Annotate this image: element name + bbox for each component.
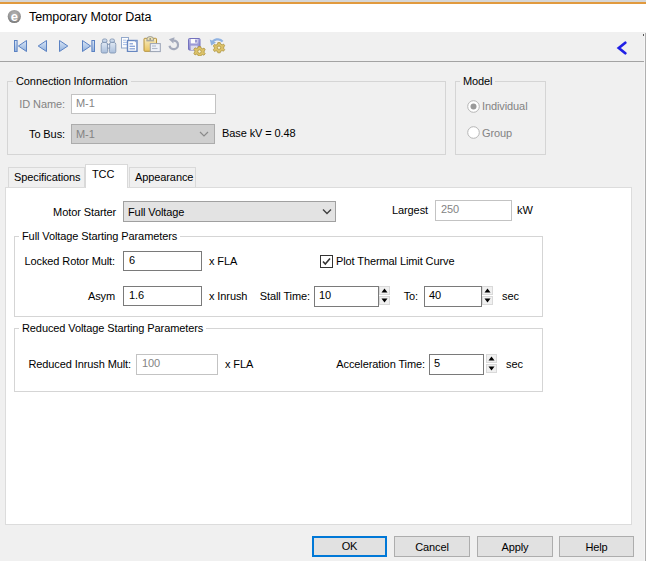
svg-text:e: e xyxy=(11,9,18,24)
